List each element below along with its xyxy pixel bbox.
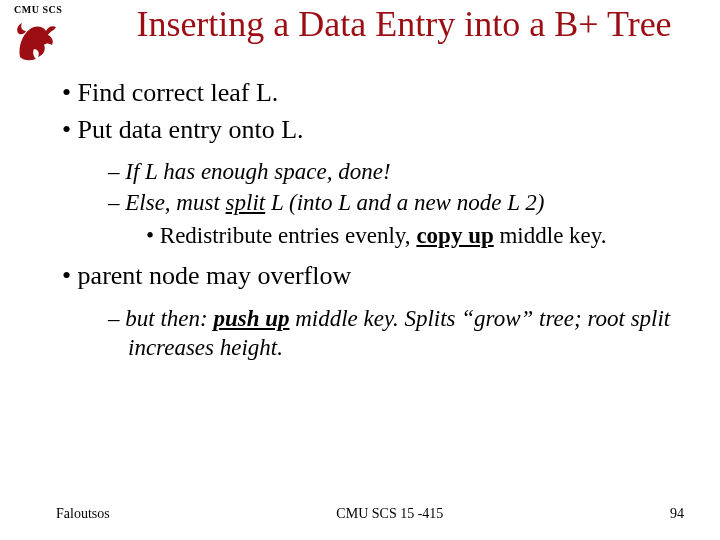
footer-author: Faloutsos: [56, 506, 110, 522]
text: Else, must: [125, 190, 225, 215]
text-done: done: [338, 159, 383, 184]
slide-title: Inserting a Data Entry into a B+ Tree: [96, 4, 712, 45]
bullet-redistribute: Redistribute entries evenly, copy up mid…: [146, 222, 710, 251]
text: but then:: [125, 306, 213, 331]
text-push-up: push up: [213, 306, 289, 331]
text: middle key.: [494, 223, 607, 248]
text: If L has enough space,: [125, 159, 338, 184]
bullet-enough-space: If L has enough space, done!: [106, 158, 710, 187]
text-split: split: [226, 190, 266, 215]
text: !: [383, 159, 391, 184]
slide-body: Find correct leaf L. Put data entry onto…: [0, 63, 720, 374]
bullet-parent-overflow: parent node may overflow: [56, 260, 710, 293]
bullet-find-leaf: Find correct leaf L.: [56, 77, 710, 110]
footer-page-number: 94: [670, 506, 684, 522]
text: Redistribute entries evenly,: [160, 223, 417, 248]
text-copy-up: copy up: [416, 223, 493, 248]
griffin-logo-icon: [12, 17, 60, 63]
org-label: CMU SCS: [8, 4, 96, 15]
org-logo-block: CMU SCS: [8, 4, 96, 63]
bullet-push-up: but then: push up middle key. Splits “gr…: [106, 305, 710, 363]
text: L (into L and a new node L 2): [265, 190, 544, 215]
slide-footer: Faloutsos CMU SCS 15 -415 94: [0, 506, 720, 522]
footer-course: CMU SCS 15 -415: [336, 506, 443, 522]
bullet-must-split: Else, must split L (into L and a new nod…: [106, 189, 710, 218]
bullet-put-entry: Put data entry onto L.: [56, 114, 710, 147]
